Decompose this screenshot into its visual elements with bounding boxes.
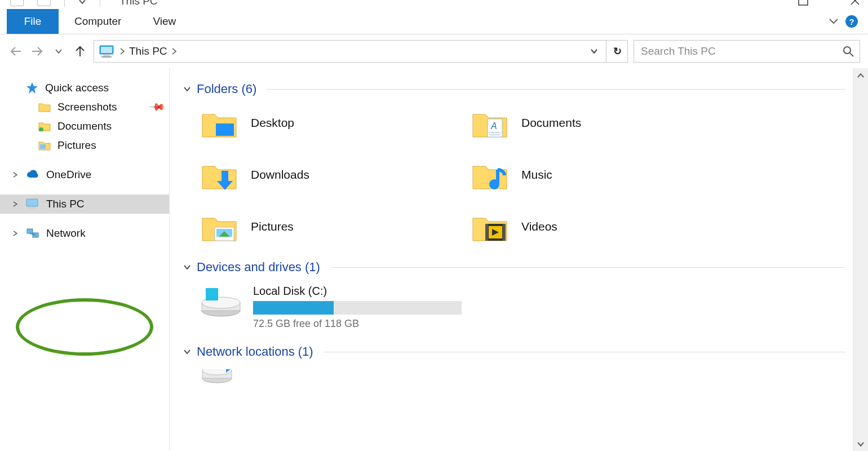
back-button[interactable] bbox=[8, 43, 24, 59]
help-icon[interactable]: ? bbox=[845, 15, 858, 28]
folder-item-label: Downloads bbox=[251, 168, 309, 182]
sidebar-item-pictures[interactable]: Pictures bbox=[0, 136, 169, 155]
qat-customize-icon[interactable] bbox=[78, 0, 86, 5]
sidebar-onedrive[interactable]: OneDrive bbox=[0, 165, 169, 184]
folder-item-desktop[interactable]: Desktop bbox=[200, 107, 471, 139]
network-location-icon bbox=[200, 369, 238, 386]
expand-icon[interactable] bbox=[12, 201, 18, 207]
sidebar-item-documents[interactable]: Documents bbox=[0, 117, 169, 136]
maximize-icon[interactable] bbox=[798, 0, 808, 6]
sidebar-onedrive-label: OneDrive bbox=[46, 169, 91, 181]
sidebar-this-pc-label: This PC bbox=[46, 198, 85, 210]
forward-button[interactable] bbox=[29, 43, 45, 59]
folder-documents-icon: A bbox=[471, 107, 509, 139]
group-header-folders-label: Folders (6) bbox=[197, 82, 256, 96]
drive-free-text: 72.5 GB free of 118 GB bbox=[253, 318, 462, 330]
this-pc-icon bbox=[99, 45, 116, 58]
svg-rect-17 bbox=[27, 229, 33, 233]
ribbon-collapse-icon[interactable] bbox=[829, 18, 839, 25]
svg-rect-40 bbox=[206, 288, 211, 294]
group-header-network-locations[interactable]: Network locations (1) bbox=[183, 344, 868, 359]
tab-computer-label: Computer bbox=[74, 15, 121, 28]
sidebar-network[interactable]: Network bbox=[0, 224, 169, 243]
qat-button-1[interactable] bbox=[10, 0, 24, 6]
svg-text:A: A bbox=[490, 121, 497, 131]
search-icon[interactable] bbox=[843, 46, 854, 57]
drive-usage-fill bbox=[253, 301, 334, 315]
drive-item-c[interactable]: Local Disk (C:) 72.5 GB free of 118 GB bbox=[200, 285, 868, 330]
breadcrumb-root[interactable]: This PC bbox=[120, 45, 176, 58]
svg-line-11 bbox=[850, 53, 853, 56]
address-dropdown-icon[interactable] bbox=[587, 48, 601, 54]
folder-item-downloads[interactable]: Downloads bbox=[200, 158, 471, 191]
folder-item-pictures[interactable]: Pictures bbox=[200, 210, 471, 243]
qat-separator bbox=[64, 0, 65, 7]
folder-item-label: Documents bbox=[521, 116, 581, 130]
search-input[interactable] bbox=[640, 45, 843, 58]
svg-rect-9 bbox=[101, 56, 112, 58]
svg-rect-41 bbox=[212, 288, 218, 294]
chevron-right-icon bbox=[120, 48, 125, 55]
annotation-highlight-ring bbox=[16, 298, 153, 356]
svg-rect-20 bbox=[216, 123, 234, 136]
sidebar-item-label: Pictures bbox=[57, 139, 96, 152]
folder-pictures-icon bbox=[200, 210, 238, 243]
sidebar-this-pc[interactable]: This PC bbox=[0, 194, 169, 214]
svg-rect-15 bbox=[26, 199, 38, 206]
svg-marker-12 bbox=[26, 82, 38, 94]
tab-view-label: View bbox=[153, 15, 176, 28]
file-tab-label: File bbox=[24, 15, 42, 28]
svg-rect-0 bbox=[799, 0, 808, 5]
ribbon: File Computer View ? bbox=[0, 9, 868, 34]
svg-rect-33 bbox=[503, 224, 506, 241]
window-title: This PC bbox=[119, 0, 158, 7]
svg-rect-7 bbox=[101, 47, 112, 53]
navigation-pane: Quick access Screenshots 📌 Documents Pic… bbox=[0, 68, 170, 451]
group-header-drives[interactable]: Devices and drives (1) bbox=[183, 260, 868, 275]
svg-rect-32 bbox=[485, 224, 488, 241]
scroll-up-icon[interactable] bbox=[857, 68, 864, 83]
scroll-down-icon[interactable] bbox=[857, 437, 864, 451]
folder-videos-icon bbox=[471, 210, 509, 243]
vertical-scrollbar[interactable] bbox=[853, 68, 868, 451]
expand-icon[interactable] bbox=[12, 172, 18, 178]
folder-icon bbox=[38, 102, 51, 112]
svg-point-10 bbox=[844, 47, 851, 54]
tab-view[interactable]: View bbox=[137, 9, 192, 34]
expand-icon[interactable] bbox=[12, 231, 18, 236]
network-location-item[interactable] bbox=[200, 369, 868, 386]
close-icon[interactable] bbox=[850, 0, 860, 6]
group-rule bbox=[267, 89, 845, 90]
refresh-button[interactable]: ↻ bbox=[606, 41, 628, 62]
search-box[interactable] bbox=[634, 40, 860, 63]
qat-button-2[interactable] bbox=[37, 0, 51, 6]
folder-icon bbox=[38, 140, 51, 151]
pin-icon: 📌 bbox=[148, 98, 166, 116]
recent-locations-icon[interactable] bbox=[51, 43, 67, 59]
sidebar-item-label: Screenshots bbox=[57, 101, 117, 113]
sidebar-quick-access[interactable]: Quick access bbox=[0, 78, 169, 98]
up-button[interactable] bbox=[72, 43, 88, 59]
folder-downloads-icon bbox=[200, 158, 238, 191]
nav-row: This PC ↻ bbox=[0, 34, 868, 68]
chevron-down-icon bbox=[183, 349, 191, 355]
group-rule bbox=[324, 352, 845, 352]
folder-item-videos[interactable]: Videos bbox=[471, 210, 741, 243]
folder-item-music[interactable]: Music bbox=[471, 158, 741, 191]
tab-computer[interactable]: Computer bbox=[59, 9, 137, 34]
svg-point-27 bbox=[489, 179, 499, 189]
qat-separator-2 bbox=[100, 0, 100, 7]
folder-item-label: Music bbox=[521, 168, 552, 182]
sidebar-item-screenshots[interactable]: Screenshots 📌 bbox=[0, 98, 169, 117]
file-tab[interactable]: File bbox=[7, 9, 59, 34]
star-icon bbox=[26, 82, 38, 94]
sidebar-network-label: Network bbox=[46, 227, 86, 240]
group-header-folders[interactable]: Folders (6) bbox=[183, 82, 868, 96]
address-bar[interactable]: This PC ↻ bbox=[94, 40, 628, 63]
network-icon bbox=[26, 228, 39, 239]
folder-item-documents[interactable]: A Documents bbox=[471, 107, 741, 139]
folder-icon bbox=[38, 121, 51, 131]
sidebar-quick-access-label: Quick access bbox=[45, 82, 109, 94]
svg-rect-8 bbox=[103, 55, 110, 56]
drive-usage-bar bbox=[253, 301, 462, 315]
